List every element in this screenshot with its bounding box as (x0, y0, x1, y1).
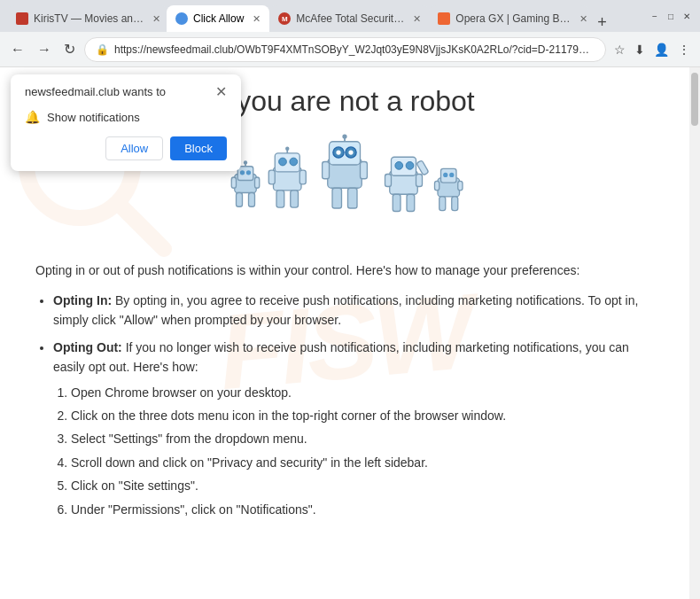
browser-window: KirisTV — Movies an… ✕ Click Allow ✕ M M… (0, 0, 700, 599)
address-input[interactable]: 🔒 https://newsfeedmail.club/OWbT9F4XMTnS… (84, 37, 606, 62)
svg-rect-3 (237, 167, 253, 181)
page-area: newsfeedmail.club wants to ✕ 🔔 Show noti… (0, 67, 700, 599)
tab2-label: Click Allow (193, 12, 244, 25)
scrollbar[interactable] (689, 67, 700, 599)
notification-row: 🔔 Show notifications (25, 106, 227, 128)
svg-point-29 (342, 134, 346, 138)
step-5: Click on "Site settings". (71, 476, 654, 495)
tab2-favicon (175, 12, 188, 25)
tab-2-active[interactable]: Click Allow ✕ (167, 5, 269, 32)
svg-rect-42 (416, 160, 429, 175)
allow-button[interactable]: Allow (105, 136, 163, 160)
tab3-close[interactable]: ✕ (413, 13, 421, 25)
opting-in-bold: Opting In: (53, 293, 112, 307)
close-button[interactable]: ✕ (681, 10, 693, 22)
steps-list: Open Chrome browser on your desktop. Cli… (53, 383, 654, 519)
menu-icon[interactable]: ⋮ (675, 40, 693, 59)
minimize-button[interactable]: − (649, 10, 661, 22)
tab4-favicon (438, 12, 450, 25)
popup-close-button[interactable]: ✕ (215, 85, 227, 99)
url-text: https://newsfeedmail.club/OWbT9F4XMTnSOB… (114, 43, 595, 56)
svg-point-7 (244, 160, 247, 164)
profile-icon[interactable]: 👤 (651, 40, 672, 59)
svg-rect-38 (385, 175, 392, 187)
tab1-close[interactable]: ✕ (152, 13, 160, 25)
svg-rect-30 (323, 162, 330, 179)
svg-rect-11 (249, 193, 255, 207)
new-tab-button[interactable]: + (590, 13, 614, 32)
step-2: Click on the three dots menu icon in the… (71, 406, 654, 425)
svg-rect-33 (348, 188, 358, 208)
svg-rect-40 (393, 194, 401, 211)
opting-out-text: If you no longer wish to receive push no… (53, 340, 629, 374)
title-bar: KirisTV — Movies an… ✕ Click Allow ✕ M M… (0, 0, 700, 32)
notification-popup: newsfeedmail.club wants to ✕ 🔔 Show noti… (11, 74, 241, 171)
svg-point-14 (279, 158, 287, 166)
popup-title: newsfeedmail.club wants to (25, 85, 166, 98)
svg-rect-19 (299, 170, 306, 184)
svg-rect-47 (435, 181, 439, 191)
svg-point-17 (285, 146, 289, 150)
svg-rect-48 (458, 181, 463, 191)
popup-buttons: Allow Block (25, 136, 227, 160)
show-notifications-label: Show notifications (47, 111, 140, 124)
svg-rect-50 (452, 197, 458, 211)
svg-rect-39 (416, 175, 423, 187)
tab-4[interactable]: Opera GX | Gaming B… ✕ (429, 5, 588, 32)
step-4: Scroll down and click on "Privacy and se… (71, 453, 654, 472)
main-list: Opting In: By opting in, you agree to re… (35, 291, 654, 519)
list-item-2: Opting Out: If you no longer wish to rec… (53, 338, 654, 519)
bookmark-icon[interactable]: ☆ (611, 40, 628, 59)
svg-rect-49 (439, 197, 446, 211)
robots-svg (221, 132, 469, 247)
maximize-button[interactable]: □ (665, 10, 677, 22)
opting-in-text: By opting in, you agree to receive push … (53, 293, 638, 327)
popup-header: newsfeedmail.club wants to ✕ (25, 85, 227, 99)
tab3-label: McAfee Total Securit… (296, 12, 404, 25)
svg-point-5 (246, 170, 251, 175)
svg-rect-10 (237, 193, 243, 207)
svg-rect-9 (255, 177, 260, 188)
list-item-1: Opting In: By opting in, you agree to re… (53, 291, 654, 331)
opting-out-bold: Opting Out: (53, 340, 122, 354)
svg-point-37 (406, 162, 414, 170)
svg-rect-32 (332, 188, 342, 208)
svg-rect-31 (361, 162, 368, 179)
svg-point-4 (240, 170, 245, 175)
step-1: Open Chrome browser on your desktop. (71, 383, 654, 402)
tab1-label: KirisTV — Movies an… (34, 12, 144, 25)
tab-strip: KirisTV — Movies an… ✕ Click Allow ✕ M M… (7, 0, 642, 32)
page-content: newsfeedmail.club wants to ✕ 🔔 Show noti… (0, 67, 689, 599)
forward-button[interactable]: → (34, 38, 55, 61)
svg-rect-41 (407, 194, 415, 211)
lock-icon: 🔒 (96, 43, 109, 56)
block-button[interactable]: Block (170, 136, 227, 160)
tab3-favicon: M (278, 12, 291, 25)
step-6: Under "Permissions", click on "Notificat… (71, 500, 654, 519)
bell-icon: 🔔 (25, 110, 40, 124)
tab4-close[interactable]: ✕ (579, 13, 587, 25)
svg-rect-21 (291, 191, 299, 207)
svg-rect-8 (231, 177, 236, 188)
tab4-label: Opera GX | Gaming B… (455, 12, 570, 25)
tab2-close[interactable]: ✕ (253, 13, 261, 25)
download-icon[interactable]: ⬇ (632, 40, 648, 59)
window-controls: − □ ✕ (649, 10, 693, 22)
scrollbar-thumb[interactable] (691, 73, 698, 126)
svg-point-46 (449, 173, 454, 177)
address-bar: ← → ↻ 🔒 https://newsfeedmail.club/OWbT9F… (0, 32, 700, 67)
svg-point-15 (290, 158, 298, 166)
svg-point-26 (336, 150, 340, 154)
svg-rect-44 (441, 168, 457, 183)
step-3: Select "Settings" from the dropdown menu… (71, 429, 654, 448)
refresh-button[interactable]: ↻ (60, 37, 79, 61)
svg-rect-18 (268, 170, 275, 184)
tab1-favicon (16, 12, 28, 25)
svg-rect-20 (276, 191, 284, 207)
svg-point-36 (395, 162, 403, 170)
tab-1[interactable]: KirisTV — Movies an… ✕ (7, 5, 167, 32)
svg-point-45 (443, 173, 447, 177)
tab-3[interactable]: M McAfee Total Securit… ✕ (269, 5, 429, 32)
back-button[interactable]: ← (7, 38, 28, 61)
intro-text: Opting in or out of push notifications i… (35, 261, 654, 280)
